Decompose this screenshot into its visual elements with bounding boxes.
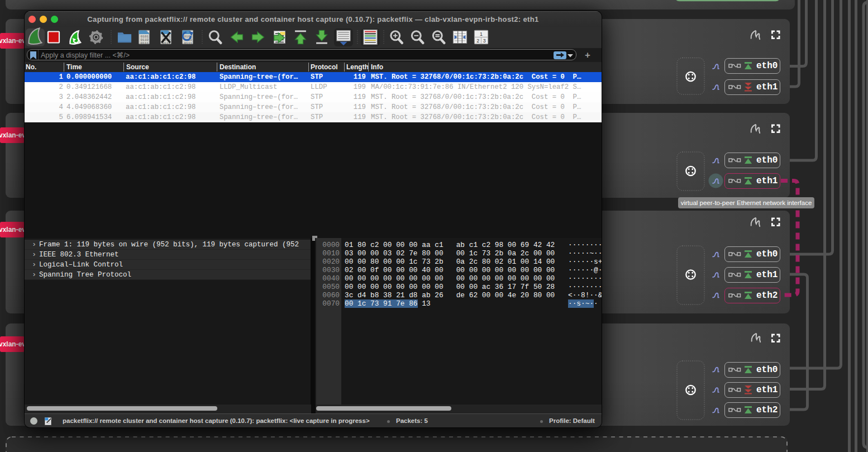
svg-text:3: 3	[483, 38, 486, 44]
svg-text:2: 2	[476, 38, 479, 44]
svg-text:1: 1	[480, 31, 483, 37]
